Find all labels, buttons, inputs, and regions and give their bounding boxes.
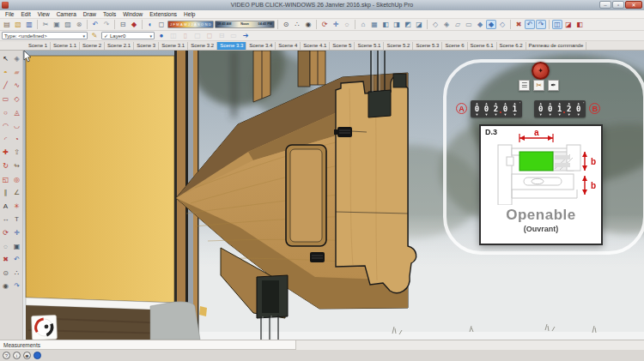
scene-tab-scene-3-4[interactable]: Scene 3.4 <box>246 42 276 50</box>
3d-text-tool-icon[interactable]: T <box>11 213 22 226</box>
type-dropdown[interactable]: Type: <undefined> ▾ <box>2 32 88 39</box>
paint-bucket-icon[interactable]: ◓ <box>0 66 11 80</box>
scene-tab-scene-6[interactable]: Scene 6 <box>442 42 467 50</box>
shadow-date-slider[interactable]: JFMAMJJASOND <box>167 21 214 28</box>
scene-tab-scene-5-1[interactable]: Scene 5.1 <box>355 42 384 50</box>
counter-b-digit-down-arrow[interactable]: ▼ <box>539 113 543 117</box>
geolocation-status-icon[interactable] <box>33 352 41 359</box>
make-component-icon[interactable]: ◈ <box>11 52 22 66</box>
notes-icon[interactable]: ☰ <box>519 80 530 91</box>
scene-tab-scene-3-2[interactable]: Scene 3.2 <box>188 42 217 50</box>
scene-tab-scene-3-3[interactable]: Scene 3.3 <box>217 42 246 50</box>
walk-tool-icon[interactable]: ∴ <box>11 267 22 280</box>
component-attributes-icon[interactable]: ✎ <box>89 31 100 40</box>
scene-tab-scene-1-1[interactable]: Scene 1.1 <box>51 42 80 50</box>
shaded-textures-style-icon[interactable]: ◆ <box>486 20 496 29</box>
zoom-icon[interactable]: ◌ <box>342 20 352 29</box>
counter-b-digit-down-arrow[interactable]: ▼ <box>549 113 552 117</box>
axes-tool-icon[interactable]: ✳ <box>11 200 22 214</box>
scene-tab-scene-5-3[interactable]: Scene 5.3 <box>413 42 442 50</box>
top-view-icon[interactable]: ▦ <box>369 20 380 29</box>
scene-tab-scene-5[interactable]: Scene 5 <box>330 42 355 50</box>
scene-tab-scene-4-1[interactable]: Scene 4.1 <box>301 42 330 50</box>
counter-a-digit-down-arrow[interactable]: ▼ <box>485 113 489 117</box>
select-tool-icon[interactable]: ↖ <box>0 52 11 66</box>
cut-icon[interactable]: ✂ <box>40 20 51 29</box>
walk-icon[interactable]: ∴ <box>292 20 302 29</box>
zoom-tool-icon[interactable]: ◌ <box>0 239 11 253</box>
orbit-icon[interactable]: ⟳ <box>319 20 330 29</box>
next-view-icon[interactable]: ↷ <box>536 20 546 29</box>
pan-icon[interactable]: ✛ <box>331 20 341 29</box>
undo-icon[interactable]: ↶ <box>90 20 100 29</box>
hidden-line-style-icon[interactable]: ▭ <box>464 20 474 29</box>
scissors-icon[interactable]: ✂ <box>533 80 544 91</box>
xray-style-icon[interactable]: ◇ <box>430 20 440 29</box>
signin-status-icon[interactable]: ☻ <box>23 352 31 359</box>
scene-tab-panneau-de-commande[interactable]: Panneau de commande <box>526 42 587 50</box>
previous-view-icon[interactable]: ↶ <box>525 20 535 29</box>
menu-file[interactable]: File <box>2 10 17 18</box>
eraser-tool-icon[interactable]: ▰ <box>11 66 22 80</box>
menu-extensions[interactable]: Extensions <box>146 10 180 18</box>
counter-b-digit-down-arrow[interactable]: ▼ <box>568 113 571 117</box>
info-status-icon[interactable]: i <box>13 352 21 359</box>
scene-tab-scene-1[interactable]: Scene 1 <box>26 42 51 50</box>
shaded-style-icon[interactable]: ◆ <box>475 20 485 29</box>
offset-tool-icon[interactable]: ◎ <box>11 172 22 186</box>
right-view-icon[interactable]: ◨ <box>392 20 402 29</box>
text-tool-icon[interactable]: A <box>0 200 11 214</box>
rotated-rectangle-tool-icon[interactable]: ◇ <box>11 93 22 106</box>
zoom-extents-icon[interactable]: ✖ <box>513 20 524 29</box>
menu-view[interactable]: View <box>34 10 53 18</box>
open-file-icon[interactable]: ▧ <box>13 20 23 29</box>
help-status-icon[interactable]: ? <box>3 352 10 359</box>
shadow-time-slider[interactable]: 08:43 AMNoon04:43 PM <box>215 21 275 28</box>
front-view-icon[interactable]: ◧ <box>380 20 391 29</box>
erase-icon[interactable]: ⊗ <box>74 20 84 29</box>
polygon-tool-icon[interactable]: ◬ <box>11 105 22 119</box>
arc-tool-icon[interactable]: ◠ <box>0 119 11 133</box>
zoom-extents-tool-icon[interactable]: ✖ <box>0 253 11 267</box>
scene-tab-scene-3[interactable]: Scene 3 <box>134 42 159 50</box>
save-icon[interactable]: ▥ <box>24 20 34 29</box>
counter-b-digit-down-arrow[interactable]: ▼ <box>577 113 580 117</box>
model-viewport[interactable]: ✦ ☰✂✒ A ▲0▼▲0▼▲2▼▲0▼▲1▼' ▲0▼▲0▼▲1▼▲2▼▲0▼… <box>23 51 644 340</box>
dimension-tool-icon[interactable]: ↔ <box>0 213 11 226</box>
menu-help[interactable]: Help <box>180 10 198 18</box>
position-camera-tool-icon[interactable]: ⊙ <box>0 267 11 280</box>
previous-view-tool-icon[interactable]: ↶ <box>11 253 22 267</box>
zoom-window-tool-icon[interactable]: ▣ <box>11 239 22 253</box>
layer-dropdown[interactable]: ✓ Layer0 ▾ <box>101 32 155 39</box>
counter-a-digit-down-arrow[interactable]: ▼ <box>476 113 479 117</box>
wireframe-style-icon[interactable]: ▱ <box>453 20 463 29</box>
paste-icon[interactable]: ▨ <box>63 20 73 29</box>
new-file-icon[interactable]: ▤ <box>2 20 12 29</box>
pen-icon[interactable]: ✒ <box>548 80 559 91</box>
play-icon[interactable]: ➔ <box>240 31 251 40</box>
menu-draw[interactable]: Draw <box>80 10 100 18</box>
minimize-button[interactable]: – <box>599 1 611 9</box>
three-point-arc-tool-icon[interactable]: ◜ <box>0 133 11 147</box>
shadow-toggle-icon[interactable]: ◻ <box>156 20 167 29</box>
monochrome-style-icon[interactable]: ◇ <box>497 20 507 29</box>
move-tool-icon[interactable]: ✚ <box>0 146 11 159</box>
back-view-icon[interactable]: ◩ <box>403 20 413 29</box>
freehand-tool-icon[interactable]: ∿ <box>11 79 22 93</box>
scene-tab-scene-6-1[interactable]: Scene 6.1 <box>468 42 497 50</box>
look-around-icon[interactable]: ◉ <box>303 20 313 29</box>
scene-tab-scene-4[interactable]: Scene 4 <box>276 42 301 50</box>
layer-color-icon[interactable]: ● <box>156 31 167 40</box>
menu-edit[interactable]: Edit <box>17 10 33 18</box>
menu-window[interactable]: Window <box>119 10 146 18</box>
shadow-settings-icon[interactable]: ◐ <box>145 20 155 29</box>
copy-icon[interactable]: ▣ <box>52 20 62 29</box>
iso-view-icon[interactable]: ⌂ <box>358 20 368 29</box>
pie-tool-icon[interactable]: ◔ <box>11 133 22 147</box>
rectangle-tool-icon[interactable]: ▭ <box>0 93 11 106</box>
scene-tab-scene-2[interactable]: Scene 2 <box>80 42 105 50</box>
position-camera-icon[interactable]: ⊙ <box>281 20 291 29</box>
counter-a-digit-down-arrow[interactable]: ▼ <box>513 113 517 117</box>
back-edges-style-icon[interactable]: ◈ <box>441 20 452 29</box>
menu-camera[interactable]: Camera <box>53 10 80 18</box>
